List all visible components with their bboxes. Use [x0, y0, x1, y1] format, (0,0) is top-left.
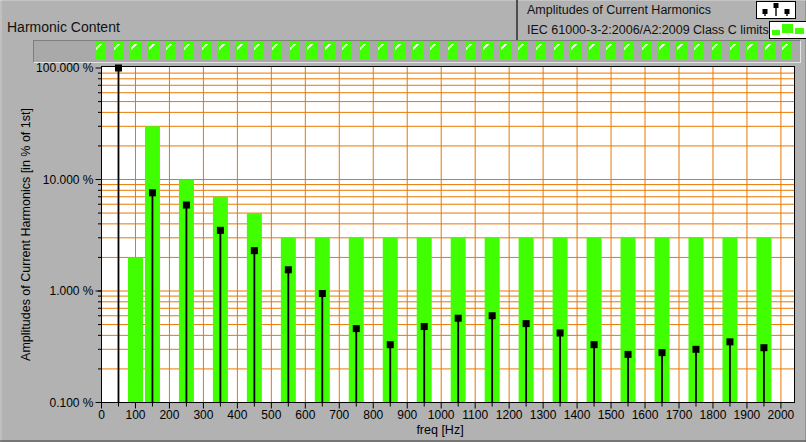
- svg-text:400: 400: [227, 408, 247, 422]
- amplitude-marker: [285, 266, 292, 273]
- amplitude-marker: [625, 351, 632, 358]
- svg-text:1400: 1400: [564, 408, 591, 422]
- amplitude-marker: [557, 330, 564, 337]
- svg-text:0: 0: [98, 408, 105, 422]
- amplitude-marker: [455, 315, 462, 322]
- svg-text:1100: 1100: [462, 408, 488, 422]
- amplitude-marker: [489, 312, 496, 319]
- svg-text:100: 100: [125, 408, 145, 422]
- amplitude-marker: [251, 247, 258, 254]
- svg-text:500: 500: [261, 408, 281, 422]
- svg-text:1600: 1600: [632, 408, 659, 422]
- svg-text:1000: 1000: [428, 408, 455, 422]
- svg-text:1200: 1200: [496, 408, 523, 422]
- y-tick-labels: 100.000 %10.000 %1.000 %0.100 %: [36, 61, 94, 410]
- svg-text:freq [Hz]: freq [Hz]: [416, 423, 463, 437]
- chart-canvas[interactable]: 0100200300400500600700800900100011001200…: [0, 0, 806, 442]
- amplitude-marker: [149, 189, 156, 196]
- limit-bar: [128, 257, 143, 402]
- svg-text:1.000 %: 1.000 %: [49, 284, 93, 298]
- amplitude-marker: [760, 344, 767, 351]
- svg-text:900: 900: [397, 408, 417, 422]
- svg-text:1500: 1500: [598, 408, 625, 422]
- svg-text:10.000 %: 10.000 %: [43, 173, 94, 187]
- svg-text:800: 800: [363, 408, 383, 422]
- svg-text:1900: 1900: [734, 408, 761, 422]
- amplitude-marker: [387, 341, 394, 348]
- svg-text:2000: 2000: [768, 408, 795, 422]
- svg-text:0.100 %: 0.100 %: [49, 396, 93, 410]
- amplitude-marker: [659, 349, 666, 356]
- x-tick-labels: 0100200300400500600700800900100011001200…: [98, 408, 794, 422]
- amplitude-marker: [726, 338, 733, 345]
- svg-text:700: 700: [329, 408, 349, 422]
- amplitude-marker: [353, 325, 360, 332]
- amplitude-marker: [217, 227, 224, 234]
- svg-text:100.000 %: 100.000 %: [36, 61, 94, 75]
- amplitude-marker: [115, 65, 122, 72]
- amplitude-marker: [523, 320, 530, 327]
- svg-text:200: 200: [159, 408, 179, 422]
- amplitude-marker: [421, 323, 428, 330]
- svg-text:1300: 1300: [530, 408, 557, 422]
- amplitude-marker: [591, 341, 598, 348]
- svg-text:600: 600: [295, 408, 315, 422]
- amplitude-marker: [692, 346, 699, 353]
- amplitude-marker: [319, 290, 326, 297]
- harmonic-content-graph[interactable]: 0100200300400500600700800900100011001200…: [0, 0, 806, 442]
- amplitude-marker: [183, 202, 190, 209]
- harmonic-content-panel: Harmonic Content Amplitudes of Current H…: [0, 0, 806, 442]
- svg-text:300: 300: [193, 408, 213, 422]
- svg-text:Amplitudes of Current Harmonic: Amplitudes of Current Harmonics [in % of…: [19, 108, 33, 361]
- svg-text:1700: 1700: [666, 408, 693, 422]
- svg-text:1800: 1800: [700, 408, 727, 422]
